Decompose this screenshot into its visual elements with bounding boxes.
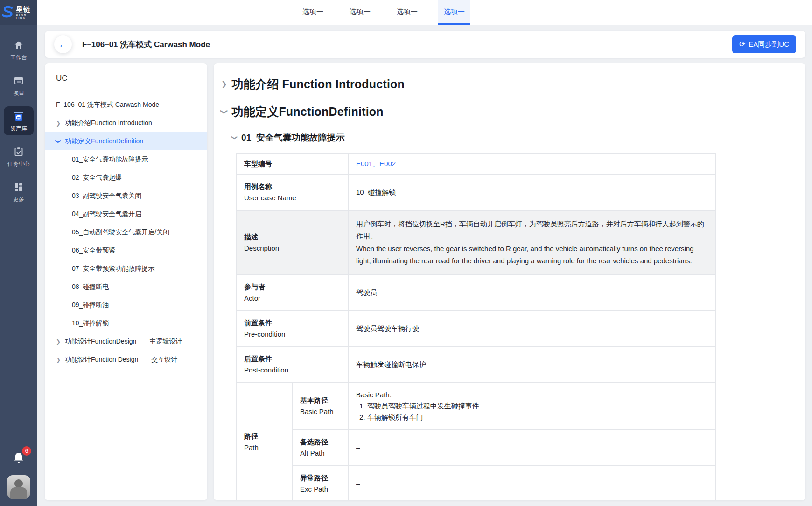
- notifications-button[interactable]: 6: [12, 451, 26, 465]
- sidebar-item-workbench[interactable]: 工作台: [4, 35, 34, 64]
- chevron-down-icon: ❯: [56, 139, 61, 143]
- row-label-zh: 参与者: [244, 281, 341, 293]
- tree-item-04[interactable]: 04_副驾驶安全气囊开启: [45, 205, 207, 223]
- description-zh: 用户倒车时，将挡位切换至R挡，车辆自动开启倒车灯，为驾驶员照亮后方道路，并对后方…: [356, 218, 708, 243]
- tab-option-1[interactable]: 选项一: [297, 0, 329, 25]
- uc-tree-panel: UC F–106–01 洗车模式 Carwash Mode ❯ 功能介绍Func…: [45, 63, 207, 500]
- row-label-zh: 前置条件: [244, 317, 341, 329]
- tree-item-function-definition[interactable]: ❯ 功能定义FunctionDefinition: [45, 132, 207, 150]
- row-value: –: [349, 430, 716, 466]
- basic-path-line: 2. 车辆解锁所有车门: [356, 412, 708, 423]
- tab-option-3[interactable]: 选项一: [391, 0, 423, 25]
- row-label-en: Alt Path: [300, 448, 341, 459]
- table-row-model: 车型编号 E001、E002: [237, 154, 716, 175]
- sidebar-item-label: 工作台: [10, 54, 27, 62]
- tree-item-09[interactable]: 09_碰撞断油: [45, 296, 207, 314]
- chevron-down-icon: ❯: [221, 109, 228, 115]
- chevron-right-icon: ❯: [56, 357, 61, 363]
- table-row-usecase-name: 用例名称 User case Name 10_碰撞解锁: [237, 175, 716, 211]
- table-row-precondition: 前置条件 Pre-condition 驾驶员驾驶车辆行驶: [237, 311, 716, 347]
- row-value: 驾驶员驾驶车辆行驶: [349, 311, 716, 347]
- tree-item-01[interactable]: 01_安全气囊功能故障提示: [45, 150, 207, 169]
- row-label-zh: 异常路径: [300, 472, 341, 484]
- brand-logo: 星链 STAR LINK: [0, 0, 37, 25]
- sidebar-item-more[interactable]: 更多: [4, 177, 34, 206]
- tree-item-07[interactable]: 07_安全带预紧功能故障提示: [45, 260, 207, 278]
- tree-item-05[interactable]: 05_自动副驾驶安全气囊开启/关闭: [45, 223, 207, 241]
- model-link-e001[interactable]: E001: [356, 160, 372, 168]
- row-label-en: Post-condition: [244, 365, 341, 376]
- page-header: ← F–106–01 洗车模式 Carwash Mode ⟳ EA同步到UC: [45, 31, 805, 58]
- starlink-logo-icon: [0, 5, 14, 20]
- table-row-alt-path: 备选路径 Alt Path –: [237, 430, 716, 466]
- page-title: F–106–01 洗车模式 Carwash Mode: [82, 39, 210, 50]
- sidebar-item-asset-library[interactable]: 资产库: [4, 106, 34, 135]
- document-panel: ❯ 功能介绍 Function Introduction ❯ 功能定义Funct…: [214, 63, 805, 500]
- home-icon: [13, 39, 25, 51]
- row-label-zh: 用例名称: [244, 181, 341, 192]
- chevron-down-icon: ❯: [232, 135, 238, 140]
- subsection-01-airbag-fault[interactable]: ❯ 01_安全气囊功能故障提示: [232, 132, 789, 144]
- tree-item-02[interactable]: 02_安全气囊起爆: [45, 169, 207, 187]
- sidebar-item-label: 任务中心: [7, 160, 30, 168]
- ea-sync-button[interactable]: ⟳ EA同步到UC: [732, 35, 796, 53]
- chevron-right-icon: ❯: [56, 339, 61, 344]
- tree-item-function-introduction[interactable]: ❯ 功能介绍Function Introduction: [45, 114, 207, 132]
- uc-tree: F–106–01 洗车模式 Carwash Mode ❯ 功能介绍Functio…: [45, 91, 207, 373]
- tree-item-03[interactable]: 03_副驾驶安全气囊关闭: [45, 187, 207, 205]
- row-label-en: Path: [244, 442, 285, 453]
- tab-option-4-active[interactable]: 选项一: [438, 0, 470, 25]
- user-avatar[interactable]: [7, 475, 30, 499]
- row-label-en: Actor: [244, 293, 341, 304]
- top-navigation: 选项一 选项一 选项一 选项一: [37, 0, 812, 25]
- chevron-right-icon: ❯: [56, 120, 61, 126]
- app-root: 星链 STAR LINK 工作台 项目: [0, 0, 812, 506]
- row-value: 驾驶员: [349, 275, 716, 311]
- row-value: 车辆触发碰撞断电保护: [349, 347, 716, 383]
- panels-row: UC F–106–01 洗车模式 Carwash Mode ❯ 功能介绍Func…: [45, 63, 805, 500]
- table-row-actor: 参与者 Actor 驾驶员: [237, 275, 716, 311]
- brand-name-en: STAR LINK: [16, 14, 37, 20]
- uc-panel-title: UC: [45, 63, 207, 91]
- row-label-en: User case Name: [244, 192, 341, 204]
- row-label-zh: 后置条件: [244, 353, 341, 365]
- content-area: ← F–106–01 洗车模式 Carwash Mode ⟳ EA同步到UC U…: [37, 25, 812, 506]
- tree-item-10[interactable]: 10_碰撞解锁: [45, 314, 207, 332]
- tree-root-item[interactable]: F–106–01 洗车模式 Carwash Mode: [45, 96, 207, 114]
- arrow-left-icon: ←: [58, 39, 68, 50]
- description-en: When the user reverses, the gear is swit…: [356, 243, 708, 267]
- back-button[interactable]: ←: [54, 35, 72, 53]
- row-label-en: Pre-condition: [244, 329, 341, 340]
- row-label-en: Basic Path: [300, 406, 341, 417]
- sidebar-item-label: 项目: [13, 89, 24, 97]
- table-row-basic-path: 路径 Path 基本路径 Basic Path Basic Path: 1. 驾…: [237, 383, 716, 430]
- project-icon: [13, 75, 25, 87]
- tree-item-08[interactable]: 08_碰撞断电: [45, 278, 207, 296]
- table-row-exc-path: 异常路径 Exc Path –: [237, 466, 716, 501]
- tree-item-function-design-interaction[interactable]: ❯ 功能设计Function Design——交互设计: [45, 351, 207, 369]
- section-function-introduction[interactable]: ❯ 功能介绍 Function Introduction: [221, 77, 789, 92]
- row-label-zh: 描述: [244, 232, 341, 243]
- sidebar-item-task-center[interactable]: 任务中心: [4, 142, 34, 171]
- table-row-description: 描述 Description 用户倒车时，将挡位切换至R挡，车辆自动开启倒车灯，…: [237, 211, 716, 275]
- more-icon: [13, 181, 25, 193]
- tab-option-2[interactable]: 选项一: [344, 0, 376, 25]
- row-label-en: Exc Path: [300, 484, 341, 495]
- sidebar: 星链 STAR LINK 工作台 项目: [0, 0, 37, 506]
- tree-item-function-design-logic[interactable]: ❯ 功能设计FunctionDesign——主逻辑设计: [45, 332, 207, 351]
- tab-group: 选项一 选项一 选项一 选项一: [297, 0, 470, 25]
- sync-icon: ⟳: [739, 41, 745, 48]
- row-label-en: Description: [244, 243, 341, 254]
- row-label-zh: 备选路径: [300, 436, 341, 448]
- sidebar-item-projects[interactable]: 项目: [4, 71, 34, 100]
- sidebar-nav: 工作台 项目: [0, 35, 37, 206]
- section-function-definition[interactable]: ❯ 功能定义FunctionDefinition: [221, 104, 789, 119]
- row-label-zh: 路径: [244, 431, 285, 442]
- task-center-icon: [13, 146, 25, 158]
- row-value: –: [349, 466, 716, 501]
- sidebar-bottom: 6: [7, 451, 30, 506]
- tree-item-06[interactable]: 06_安全带预紧: [45, 241, 207, 260]
- ea-sync-button-label: EA同步到UC: [749, 40, 789, 49]
- row-label-zh: 基本路径: [300, 395, 341, 406]
- model-link-e002[interactable]: E002: [379, 160, 396, 168]
